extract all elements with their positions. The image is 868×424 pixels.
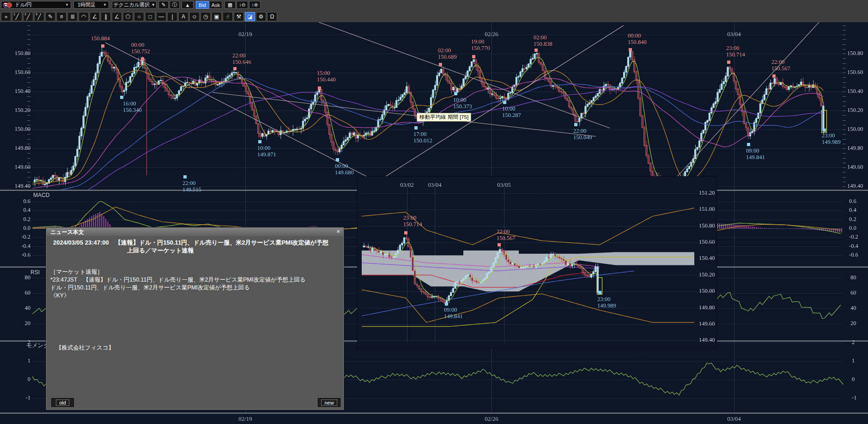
macd-tick: -0.4 <box>849 243 858 250</box>
rsi-tick: 20 <box>0 320 30 327</box>
price-tick: 150.20 <box>0 107 30 114</box>
price-annotation: 00:00150.840 <box>628 32 647 45</box>
price-annotation: 22:00150.049 <box>573 128 592 141</box>
price-annotation: 16:00150.340 <box>123 100 142 113</box>
date-label: 03/04 <box>727 31 741 38</box>
news-headline-line2: 上回る／マーケット速報 <box>53 246 338 254</box>
price-annotation: 10:00150.373 <box>453 97 472 110</box>
macd-tick: 0.4 <box>849 207 856 214</box>
momentum-tick: 0 <box>0 376 30 383</box>
inset-price-tick: 149.40 <box>699 337 715 344</box>
price-annotation: 00:00150.752 <box>131 42 150 55</box>
indicator-tooltip: 移動平均線 期間 [75] <box>417 113 471 122</box>
macd-tick: 0.2 <box>849 216 856 223</box>
macd-tick: -0.6 <box>849 252 858 258</box>
news-window[interactable]: ニュース本文 × 2024/03/05 23:47:00 【速報】ドル・円150… <box>46 227 344 410</box>
rsi-tick: 60 <box>850 289 856 296</box>
price-annotation: 23:00149.989 <box>822 132 841 145</box>
price-annotation: 09:00149.841 <box>444 307 463 320</box>
date-label: 03/04 <box>727 415 741 423</box>
inset-chart-canvas[interactable] <box>357 176 717 348</box>
momentum-tick: 0 <box>852 376 855 383</box>
chart-area[interactable]: 150.80150.80150.60150.60150.40150.40150.… <box>0 0 868 424</box>
macd-tick: -0.4 <box>0 243 30 250</box>
inset-date-label: 03/05 <box>497 181 511 189</box>
rsi-tick: 40 <box>0 305 30 312</box>
news-body-line: ［マーケット速報］ <box>50 268 340 276</box>
date-label: 02/26 <box>485 415 498 423</box>
inset-date-label: 03/02 <box>400 181 414 189</box>
price-annotation: 17:00150.012 <box>413 131 432 144</box>
price-tick: 150.80 <box>847 50 863 57</box>
tooltip-text: 移動平均線 期間 [75] <box>419 114 468 120</box>
price-tick: 150.80 <box>0 50 30 57</box>
inset-price-tick: 151.20 <box>699 190 715 197</box>
date-label: 02/19 <box>238 415 252 423</box>
macd-tick: 0.6 <box>849 198 856 205</box>
price-tick: 150.40 <box>0 88 30 95</box>
new-news-button[interactable]: new <box>318 398 340 407</box>
price-annotation: 22:00149.515 <box>182 180 201 193</box>
macd-tick: 0.0 <box>0 225 30 232</box>
momentum-tick: 2 <box>852 339 855 346</box>
old-news-label: old <box>56 399 69 406</box>
price-tick: 150.60 <box>847 69 863 76</box>
news-body-line: 《KY》 <box>50 292 340 300</box>
macd-panel-label: MACD <box>33 192 49 198</box>
inset-price-tick: 151.00 <box>699 206 715 213</box>
date-label: 02/19 <box>238 31 252 38</box>
new-news-label: new <box>321 399 337 406</box>
price-annotation: 02:00150.838 <box>534 34 552 47</box>
price-annotation: 23:00150.714 <box>403 215 422 227</box>
news-window-titlebar[interactable]: ニュース本文 <box>47 228 343 236</box>
news-footer: 【株式会社フィスコ】 <box>56 344 114 352</box>
rsi-tick: 60 <box>0 289 30 296</box>
rsi-tick: 20 <box>850 320 856 327</box>
price-annotation: 22:00150.567 <box>497 228 516 241</box>
news-body: ［マーケット速報］*23:47JST 【速報】ドル・円150.11円、ドル売り一… <box>50 268 340 300</box>
price-annotation: 02:00150.689 <box>438 47 457 60</box>
macd-tick: -0.2 <box>849 234 858 240</box>
macd-tick: -0.6 <box>0 252 30 258</box>
rsi-panel-label: RSI <box>30 269 40 276</box>
news-body-line: ドル・円150.11円、ドル売り一服、米2月サービス業PMI改定値が予想上回る <box>50 284 340 292</box>
inset-price-tick: 150.80 <box>699 222 715 229</box>
price-tick: 149.40 <box>847 183 863 190</box>
price-tick: 150.00 <box>847 126 863 133</box>
momentum-tick: -1 <box>0 394 30 401</box>
macd-tick: 0.6 <box>0 198 30 205</box>
price-annotation: 00:00149.680 <box>335 163 354 176</box>
news-headline: 2024/03/05 23:47:00 【速報】ドル・円150.11円、ドル売り… <box>53 239 338 254</box>
price-annotation: 09:00149.841 <box>746 147 765 160</box>
inset-chart[interactable]: 03/0203/0403/05151.20151.00150.80150.601… <box>357 176 717 348</box>
old-news-button[interactable]: old <box>51 398 74 407</box>
price-annotation: 23:00150.714 <box>726 45 745 58</box>
price-annotation: 19:00150.770 <box>471 38 490 51</box>
price-annotation: 15:00150.440 <box>317 70 336 83</box>
price-tick: 149.60 <box>0 164 30 171</box>
price-annotation: 22:00150.646 <box>232 52 251 65</box>
price-annotation: 150.884 <box>91 35 110 42</box>
price-annotation: 22:00150.567 <box>771 59 790 72</box>
date-label: 02/26 <box>485 31 498 38</box>
price-tick: 149.40 <box>0 183 30 190</box>
news-body-line: *23:47JST 【速報】ドル・円150.11円、ドル売り一服、米2月サービス… <box>50 276 340 284</box>
price-annotation: 10:00149.871 <box>257 145 276 158</box>
macd-tick: 0.0 <box>849 225 856 232</box>
inset-price-tick: 150.20 <box>699 271 715 278</box>
price-tick: 149.80 <box>0 145 30 152</box>
price-tick: 150.20 <box>847 107 863 114</box>
price-tick: 150.40 <box>847 88 863 95</box>
price-tick: 149.60 <box>847 164 863 171</box>
inset-date-label: 03/04 <box>428 181 442 189</box>
macd-tick: -0.2 <box>0 234 30 240</box>
inset-price-tick: 149.60 <box>699 320 715 327</box>
news-window-title: ニュース本文 <box>50 228 84 236</box>
macd-tick: 0.2 <box>0 216 30 223</box>
fx-trading-app: { "toolbar": { "pair": "ドル/円", "timefram… <box>0 0 868 424</box>
inset-price-tick: 150.00 <box>699 288 715 295</box>
close-icon[interactable]: × <box>336 228 340 235</box>
price-annotation: 23:00149.989 <box>597 296 616 309</box>
inset-price-tick: 150.40 <box>699 255 715 262</box>
momentum-tick: 1 <box>852 357 855 364</box>
